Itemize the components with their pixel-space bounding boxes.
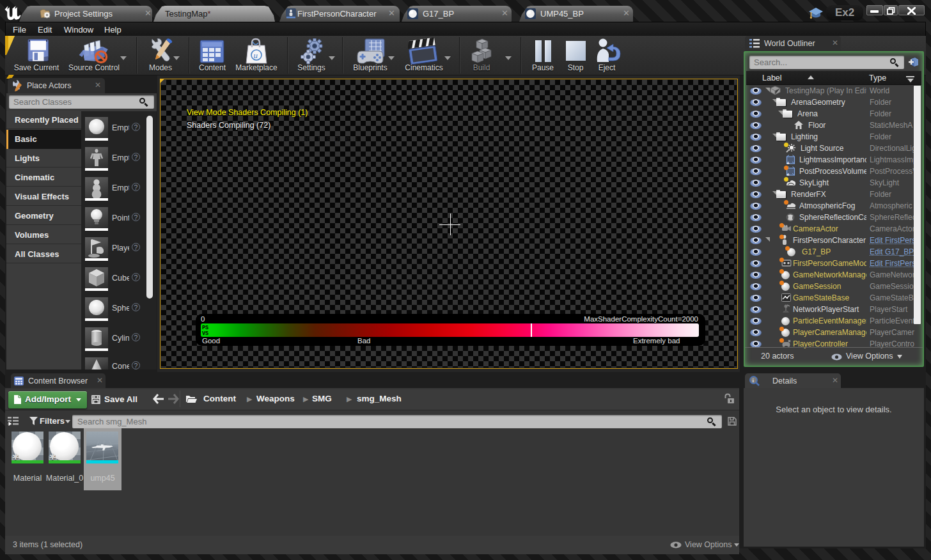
- svg-text:+: +: [786, 160, 790, 165]
- svg-text:u: u: [254, 51, 258, 60]
- svg-text:+: +: [786, 172, 790, 176]
